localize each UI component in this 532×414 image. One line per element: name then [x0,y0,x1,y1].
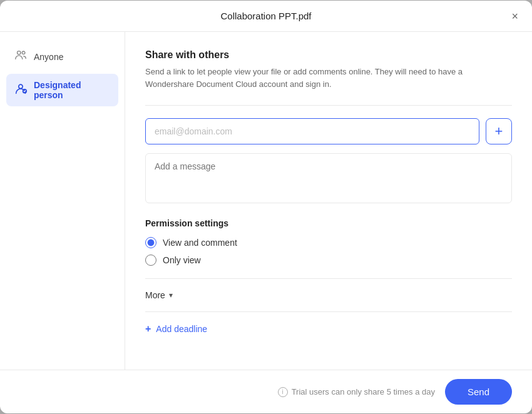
more-toggle-button[interactable]: More ▾ [145,290,173,300]
svg-point-0 [18,51,21,55]
email-input[interactable] [145,118,479,144]
designated-icon [14,82,28,99]
radio-only-view-label: Only view [163,255,201,265]
sidebar-item-anyone[interactable]: Anyone [6,42,118,71]
send-button[interactable]: Send [445,379,512,405]
sidebar-item-designated-label: Designated person [34,80,111,100]
share-section: Share with others Send a link to let peo… [145,49,512,105]
trial-notice-text: Trial users can only share 5 times a day [292,387,435,396]
permission-radio-group: View and comment Only view [145,237,512,266]
sidebar-item-anyone-label: Anyone [34,52,63,62]
sidebar-item-designated[interactable]: Designated person [6,74,118,106]
close-button[interactable]: × [509,8,521,24]
main-content: Share with others Send a link to let peo… [125,32,532,370]
radio-view-comment-label: View and comment [163,238,237,248]
permission-only-view[interactable]: Only view [145,255,512,266]
chevron-down-icon: ▾ [169,291,173,300]
add-deadline-button[interactable]: + Add deadline [145,323,207,335]
email-row: + [145,118,512,144]
sidebar: Anyone Designated person [0,32,125,370]
svg-point-1 [22,51,25,54]
svg-point-2 [19,84,23,88]
more-label: More [145,290,165,300]
modal: Collaboration PPT.pdf × Anyone [0,1,532,413]
modal-body: Anyone Designated person Share with othe… [0,32,532,370]
permission-title: Permission settings [145,218,512,228]
permission-view-comment[interactable]: View and comment [145,237,512,248]
more-section: More ▾ [145,278,512,300]
share-title: Share with others [145,49,512,61]
add-deadline-label: Add deadline [156,324,207,334]
plus-icon: + [145,323,151,335]
trial-notice: i Trial users can only share 5 times a d… [278,387,435,397]
modal-header: Collaboration PPT.pdf × [0,1,532,32]
info-icon: i [278,387,288,397]
share-desc: Send a link to let people view your file… [145,66,512,90]
anyone-icon [14,48,28,65]
radio-only-view[interactable] [145,255,156,266]
message-textarea[interactable] [145,153,512,203]
modal-footer: i Trial users can only share 5 times a d… [0,370,532,413]
divider-1 [145,105,512,106]
radio-view-comment[interactable] [145,237,156,248]
add-email-button[interactable]: + [486,118,512,144]
modal-title: Collaboration PPT.pdf [220,11,311,21]
deadline-section: + Add deadline [145,311,512,335]
